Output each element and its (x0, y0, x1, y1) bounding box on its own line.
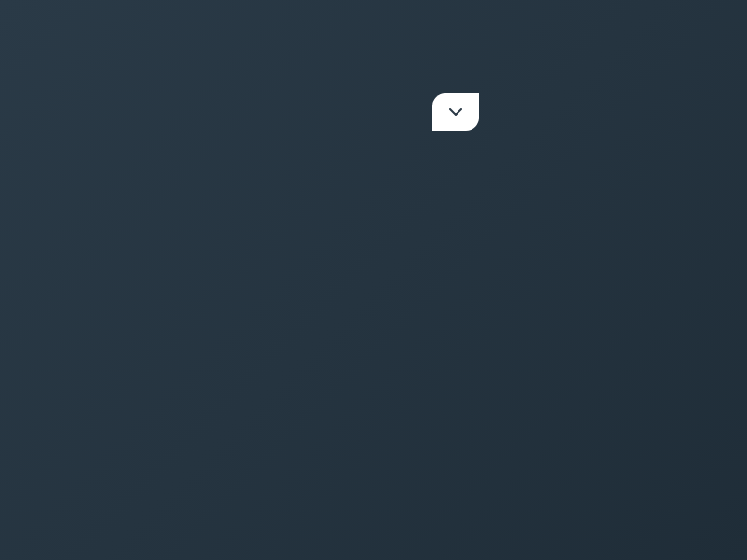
chevron-down-icon (448, 105, 463, 119)
dropdown-button[interactable] (432, 93, 479, 131)
